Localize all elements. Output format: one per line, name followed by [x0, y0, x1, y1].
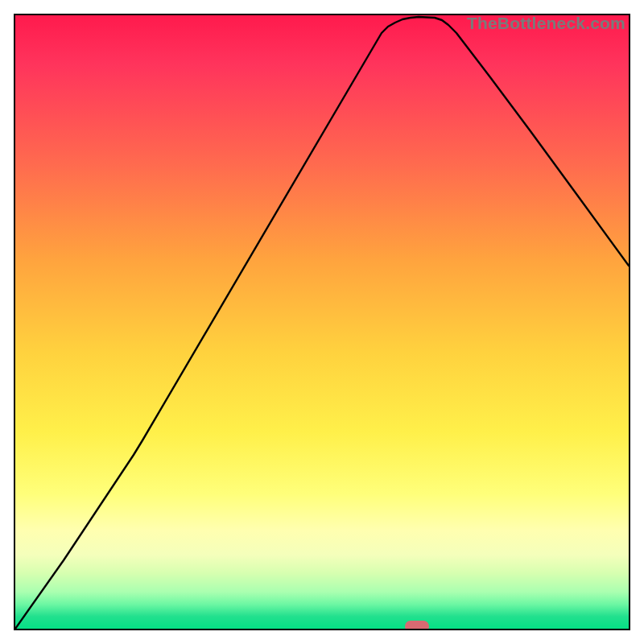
bottleneck-curve [15, 17, 629, 629]
chart-curve-svg [15, 15, 629, 629]
optimal-marker [405, 621, 429, 630]
attribution-label: TheBottleneck.com [467, 14, 625, 33]
chart-frame: TheBottleneck.com [14, 14, 630, 630]
